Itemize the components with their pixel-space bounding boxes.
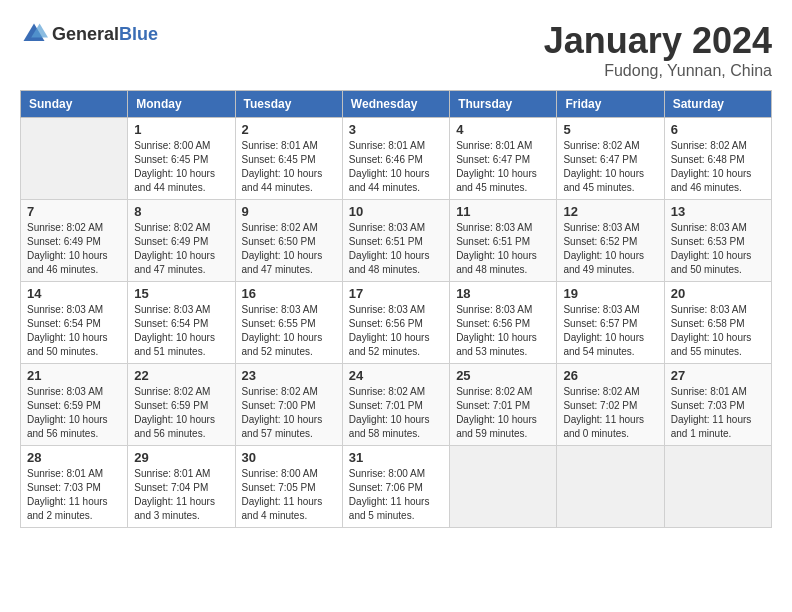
calendar-cell: 21Sunrise: 8:03 AM Sunset: 6:59 PM Dayli… xyxy=(21,364,128,446)
day-number: 24 xyxy=(349,368,443,383)
day-number: 15 xyxy=(134,286,228,301)
day-info: Sunrise: 8:00 AM Sunset: 6:45 PM Dayligh… xyxy=(134,139,228,195)
logo-icon xyxy=(20,20,48,48)
weekday-header-monday: Monday xyxy=(128,91,235,118)
day-info: Sunrise: 8:02 AM Sunset: 7:01 PM Dayligh… xyxy=(456,385,550,441)
day-number: 18 xyxy=(456,286,550,301)
day-number: 10 xyxy=(349,204,443,219)
calendar-cell: 17Sunrise: 8:03 AM Sunset: 6:56 PM Dayli… xyxy=(342,282,449,364)
day-info: Sunrise: 8:01 AM Sunset: 6:46 PM Dayligh… xyxy=(349,139,443,195)
logo-text-blue: Blue xyxy=(119,24,158,44)
calendar-cell xyxy=(557,446,664,528)
day-number: 12 xyxy=(563,204,657,219)
day-info: Sunrise: 8:02 AM Sunset: 7:01 PM Dayligh… xyxy=(349,385,443,441)
calendar-week-row: 1Sunrise: 8:00 AM Sunset: 6:45 PM Daylig… xyxy=(21,118,772,200)
day-number: 4 xyxy=(456,122,550,137)
calendar-cell: 22Sunrise: 8:02 AM Sunset: 6:59 PM Dayli… xyxy=(128,364,235,446)
calendar-cell: 5Sunrise: 8:02 AM Sunset: 6:47 PM Daylig… xyxy=(557,118,664,200)
calendar-cell: 31Sunrise: 8:00 AM Sunset: 7:06 PM Dayli… xyxy=(342,446,449,528)
day-number: 14 xyxy=(27,286,121,301)
day-info: Sunrise: 8:01 AM Sunset: 6:45 PM Dayligh… xyxy=(242,139,336,195)
page-header: GeneralBlue January 2024 Fudong, Yunnan,… xyxy=(20,20,772,80)
calendar-cell: 25Sunrise: 8:02 AM Sunset: 7:01 PM Dayli… xyxy=(450,364,557,446)
day-info: Sunrise: 8:02 AM Sunset: 6:50 PM Dayligh… xyxy=(242,221,336,277)
calendar-cell xyxy=(21,118,128,200)
calendar-cell: 19Sunrise: 8:03 AM Sunset: 6:57 PM Dayli… xyxy=(557,282,664,364)
calendar-cell: 13Sunrise: 8:03 AM Sunset: 6:53 PM Dayli… xyxy=(664,200,771,282)
day-info: Sunrise: 8:01 AM Sunset: 7:03 PM Dayligh… xyxy=(27,467,121,523)
day-number: 31 xyxy=(349,450,443,465)
calendar-cell: 1Sunrise: 8:00 AM Sunset: 6:45 PM Daylig… xyxy=(128,118,235,200)
day-number: 25 xyxy=(456,368,550,383)
calendar-cell: 8Sunrise: 8:02 AM Sunset: 6:49 PM Daylig… xyxy=(128,200,235,282)
day-info: Sunrise: 8:03 AM Sunset: 6:54 PM Dayligh… xyxy=(134,303,228,359)
calendar-cell: 3Sunrise: 8:01 AM Sunset: 6:46 PM Daylig… xyxy=(342,118,449,200)
calendar-cell: 16Sunrise: 8:03 AM Sunset: 6:55 PM Dayli… xyxy=(235,282,342,364)
day-info: Sunrise: 8:02 AM Sunset: 6:48 PM Dayligh… xyxy=(671,139,765,195)
calendar-cell: 2Sunrise: 8:01 AM Sunset: 6:45 PM Daylig… xyxy=(235,118,342,200)
day-number: 22 xyxy=(134,368,228,383)
day-info: Sunrise: 8:03 AM Sunset: 6:51 PM Dayligh… xyxy=(456,221,550,277)
calendar-cell: 18Sunrise: 8:03 AM Sunset: 6:56 PM Dayli… xyxy=(450,282,557,364)
title-block: January 2024 Fudong, Yunnan, China xyxy=(544,20,772,80)
day-info: Sunrise: 8:00 AM Sunset: 7:05 PM Dayligh… xyxy=(242,467,336,523)
weekday-header-friday: Friday xyxy=(557,91,664,118)
calendar-cell: 4Sunrise: 8:01 AM Sunset: 6:47 PM Daylig… xyxy=(450,118,557,200)
weekday-header-tuesday: Tuesday xyxy=(235,91,342,118)
day-info: Sunrise: 8:02 AM Sunset: 6:59 PM Dayligh… xyxy=(134,385,228,441)
weekday-header-thursday: Thursday xyxy=(450,91,557,118)
calendar-cell xyxy=(450,446,557,528)
day-number: 13 xyxy=(671,204,765,219)
day-info: Sunrise: 8:03 AM Sunset: 6:51 PM Dayligh… xyxy=(349,221,443,277)
day-number: 1 xyxy=(134,122,228,137)
day-info: Sunrise: 8:02 AM Sunset: 6:47 PM Dayligh… xyxy=(563,139,657,195)
weekday-header-saturday: Saturday xyxy=(664,91,771,118)
calendar-cell: 12Sunrise: 8:03 AM Sunset: 6:52 PM Dayli… xyxy=(557,200,664,282)
calendar-cell: 20Sunrise: 8:03 AM Sunset: 6:58 PM Dayli… xyxy=(664,282,771,364)
day-info: Sunrise: 8:03 AM Sunset: 6:52 PM Dayligh… xyxy=(563,221,657,277)
calendar-cell xyxy=(664,446,771,528)
day-info: Sunrise: 8:02 AM Sunset: 7:00 PM Dayligh… xyxy=(242,385,336,441)
day-info: Sunrise: 8:03 AM Sunset: 6:55 PM Dayligh… xyxy=(242,303,336,359)
day-info: Sunrise: 8:03 AM Sunset: 6:53 PM Dayligh… xyxy=(671,221,765,277)
day-number: 20 xyxy=(671,286,765,301)
calendar-cell: 15Sunrise: 8:03 AM Sunset: 6:54 PM Dayli… xyxy=(128,282,235,364)
day-number: 19 xyxy=(563,286,657,301)
calendar-cell: 6Sunrise: 8:02 AM Sunset: 6:48 PM Daylig… xyxy=(664,118,771,200)
day-number: 11 xyxy=(456,204,550,219)
calendar-cell: 29Sunrise: 8:01 AM Sunset: 7:04 PM Dayli… xyxy=(128,446,235,528)
location-title: Fudong, Yunnan, China xyxy=(544,62,772,80)
calendar-cell: 10Sunrise: 8:03 AM Sunset: 6:51 PM Dayli… xyxy=(342,200,449,282)
day-info: Sunrise: 8:01 AM Sunset: 7:04 PM Dayligh… xyxy=(134,467,228,523)
calendar-week-row: 21Sunrise: 8:03 AM Sunset: 6:59 PM Dayli… xyxy=(21,364,772,446)
day-info: Sunrise: 8:03 AM Sunset: 6:58 PM Dayligh… xyxy=(671,303,765,359)
day-number: 8 xyxy=(134,204,228,219)
calendar-cell: 7Sunrise: 8:02 AM Sunset: 6:49 PM Daylig… xyxy=(21,200,128,282)
day-number: 29 xyxy=(134,450,228,465)
calendar-table: SundayMondayTuesdayWednesdayThursdayFrid… xyxy=(20,90,772,528)
calendar-cell: 26Sunrise: 8:02 AM Sunset: 7:02 PM Dayli… xyxy=(557,364,664,446)
day-info: Sunrise: 8:02 AM Sunset: 7:02 PM Dayligh… xyxy=(563,385,657,441)
day-number: 28 xyxy=(27,450,121,465)
day-number: 6 xyxy=(671,122,765,137)
calendar-cell: 11Sunrise: 8:03 AM Sunset: 6:51 PM Dayli… xyxy=(450,200,557,282)
day-number: 16 xyxy=(242,286,336,301)
day-info: Sunrise: 8:03 AM Sunset: 6:59 PM Dayligh… xyxy=(27,385,121,441)
day-number: 3 xyxy=(349,122,443,137)
day-info: Sunrise: 8:03 AM Sunset: 6:54 PM Dayligh… xyxy=(27,303,121,359)
logo-text-general: General xyxy=(52,24,119,44)
day-info: Sunrise: 8:02 AM Sunset: 6:49 PM Dayligh… xyxy=(134,221,228,277)
calendar-cell: 23Sunrise: 8:02 AM Sunset: 7:00 PM Dayli… xyxy=(235,364,342,446)
calendar-cell: 9Sunrise: 8:02 AM Sunset: 6:50 PM Daylig… xyxy=(235,200,342,282)
calendar-cell: 24Sunrise: 8:02 AM Sunset: 7:01 PM Dayli… xyxy=(342,364,449,446)
day-number: 9 xyxy=(242,204,336,219)
calendar-cell: 27Sunrise: 8:01 AM Sunset: 7:03 PM Dayli… xyxy=(664,364,771,446)
day-info: Sunrise: 8:01 AM Sunset: 6:47 PM Dayligh… xyxy=(456,139,550,195)
day-info: Sunrise: 8:01 AM Sunset: 7:03 PM Dayligh… xyxy=(671,385,765,441)
month-title: January 2024 xyxy=(544,20,772,62)
day-info: Sunrise: 8:03 AM Sunset: 6:56 PM Dayligh… xyxy=(349,303,443,359)
calendar-cell: 14Sunrise: 8:03 AM Sunset: 6:54 PM Dayli… xyxy=(21,282,128,364)
calendar-week-row: 7Sunrise: 8:02 AM Sunset: 6:49 PM Daylig… xyxy=(21,200,772,282)
weekday-header-wednesday: Wednesday xyxy=(342,91,449,118)
day-number: 5 xyxy=(563,122,657,137)
